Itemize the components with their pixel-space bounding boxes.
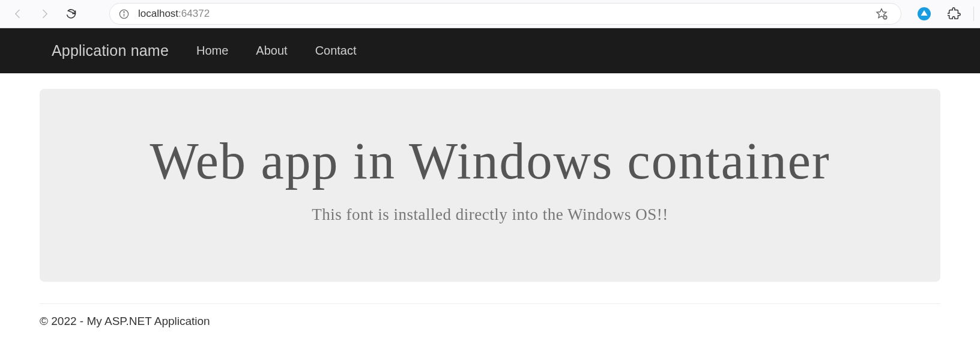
info-icon (118, 8, 130, 20)
url-host: localhost (138, 8, 178, 19)
arrow-right-icon (38, 8, 50, 20)
extensions-button[interactable] (943, 3, 965, 25)
svg-point-2 (124, 11, 124, 12)
reload-button[interactable] (59, 3, 83, 25)
hero-subtitle: This font is installed directly into the… (64, 205, 916, 224)
hero-title: Web app in Windows container (64, 131, 916, 191)
nav-link-home[interactable]: Home (196, 44, 228, 58)
profile-button[interactable] (913, 3, 935, 25)
site-info-icon[interactable] (118, 8, 130, 20)
puzzle-icon (948, 7, 961, 20)
brand-link[interactable]: Application name (52, 42, 169, 59)
arrow-left-icon (12, 8, 24, 20)
nav-link-about[interactable]: About (256, 44, 287, 58)
star-add-icon (875, 7, 888, 20)
site-navbar: Application name Home About Contact (0, 28, 980, 73)
url-text: localhost:64372 (138, 8, 210, 20)
profile-circle-icon (917, 7, 931, 21)
address-bar[interactable]: localhost:64372 (109, 3, 901, 25)
footer-text: © 2022 - My ASP.NET Application (0, 315, 980, 328)
chrome-separator (973, 7, 974, 21)
back-button[interactable] (6, 3, 30, 25)
browser-toolbar: localhost:64372 (0, 0, 980, 28)
url-port: :64372 (178, 8, 210, 19)
browser-right-controls (907, 3, 974, 25)
main-container: Web app in Windows container This font i… (0, 89, 980, 282)
forward-button[interactable] (32, 3, 56, 25)
footer-divider (40, 303, 940, 304)
nav-link-contact[interactable]: Contact (315, 44, 357, 58)
reload-icon (65, 8, 77, 20)
jumbotron: Web app in Windows container This font i… (40, 89, 940, 282)
favorite-button[interactable] (871, 3, 892, 25)
